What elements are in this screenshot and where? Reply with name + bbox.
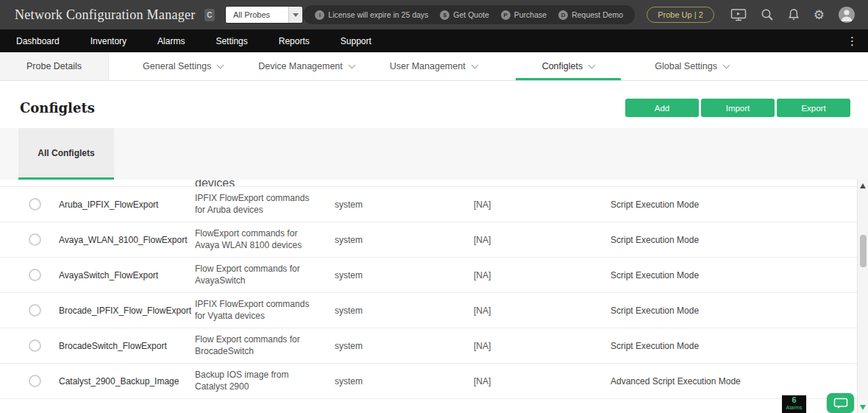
row-radio-button[interactable] [29,233,41,246]
configlet-na-value: [NA] [474,306,611,316]
nav-alarms[interactable]: Alarms [142,29,200,52]
configlet-execution-mode: Script Execution Mode [611,270,868,280]
subnav-general-settings[interactable]: General Settings [125,52,241,80]
request-demo-link[interactable]: D Request Demo [558,10,623,20]
search-icon[interactable] [761,8,774,21]
chat-icon [833,398,848,409]
nav-settings[interactable]: Settings [200,29,263,52]
chevron-down-icon [293,13,299,17]
table-row[interactable]: AvayaSwitch_FlowExport Flow Export comma… [0,258,868,293]
configlet-name: AvayaSwitch_FlowExport [59,270,195,280]
configlet-name: BrocadeSwitch_FlowExport [59,341,195,351]
subnav-label: Device Management [258,61,343,71]
table-row[interactable]: Brocade_IPFIX_Flow_FlowExport IPFIX Flow… [0,293,868,328]
nav-reports[interactable]: Reports [263,29,325,52]
nav-inventory[interactable]: Inventory [75,29,142,52]
configlet-description: IPFIX FlowExport commands for Vyatta dev… [195,299,335,322]
configlet-description: Backup IOS image from Catalyst 2900 [195,370,335,393]
configlet-description: FlowExport commands for Avaya WLAN 8100 … [195,228,335,252]
vertical-scrollbar[interactable] [857,179,868,413]
probe-selector-dropdown-button[interactable] [288,7,303,23]
monitor-icon[interactable] [730,8,747,21]
configlet-na-value: [NA] [474,235,611,245]
support-chat-button[interactable] [827,393,854,413]
main-nav: Dashboard Inventory Alarms Settings Repo… [0,29,868,52]
license-expiry-text: License will expire in 25 days [328,10,428,19]
subnav-configlets[interactable]: Configlets [516,52,622,80]
subnav-device-management[interactable]: Device Management [241,52,372,80]
page-title: Configlets [20,100,95,116]
subnav-label: Global Settings [655,61,717,71]
probe-selector[interactable]: All Probes [225,6,303,24]
scrollbar-thumb[interactable] [860,235,867,267]
top-bar: Network Configuration Manager C All Prob… [0,0,868,29]
license-expiry: i License will expire in 25 days [315,10,428,20]
subnav-label: Probe Details [26,61,82,71]
table-row[interactable]: BrocadeSwitch_FlowExport Flow Export com… [0,328,868,364]
tab-all-configlets[interactable]: All Configlets [18,128,114,180]
alarm-count: 6 [791,395,796,405]
configlet-name: Catalyst_2900_Backup_Image [59,376,195,386]
configlet-na-value: [NA] [474,270,611,280]
purchase-link[interactable]: P Purchase [501,10,547,20]
configlet-description: Flow Export commands for BrocadeSwitch [195,334,335,358]
add-button[interactable]: Add [625,99,699,117]
configlet-execution-mode: Script Execution Mode [611,341,868,351]
subnav-user-management[interactable]: User Management [372,52,495,80]
bell-icon[interactable] [788,8,800,21]
purchase-icon: P [501,10,511,20]
subnav-probe-details[interactable]: Probe Details [0,52,109,80]
configlet-execution-mode: Script Execution Mode [611,306,868,316]
get-quote-link[interactable]: $ Get Quote [440,10,488,20]
export-button[interactable]: Export [777,99,850,117]
row-radio-button[interactable] [29,198,41,211]
import-button[interactable]: Import [701,99,775,117]
row-radio-button[interactable] [29,375,41,387]
purchase-label[interactable]: Purchase [514,10,547,19]
configlet-owner: system [335,235,474,245]
probe-selector-value[interactable]: All Probes [226,7,288,23]
configlet-execution-mode: Script Execution Mode [611,235,868,245]
request-demo-label[interactable]: Request Demo [572,10,623,19]
configlet-owner: system [335,200,474,210]
alarm-label: Alarms [786,405,803,411]
settings-sub-nav: Probe Details General Settings Device Ma… [0,52,868,81]
chevron-down-icon [348,61,355,68]
configlets-table: Aruba_IPFIX_FlowExport IPFIX FlowExport … [0,187,868,399]
configlet-name: Avaya_WLAN_8100_FlowExport [59,235,195,245]
partial-table-row: devices [0,180,868,187]
configlet-owner: system [335,376,474,386]
page-header: Configlets Add Import Export [0,81,868,117]
table-row[interactable]: Aruba_IPFIX_FlowExport IPFIX FlowExport … [0,187,868,222]
chevron-down-icon [217,61,224,68]
kebab-menu-icon[interactable]: ⋮ [836,29,868,52]
configlet-execution-mode: Script Execution Mode [611,200,868,210]
alarms-badge[interactable]: 6 Alarms [782,395,806,413]
chevron-down-icon [723,61,730,68]
configlet-owner: system [335,306,474,316]
table-row[interactable]: Avaya_WLAN_8100_FlowExport FlowExport co… [0,222,868,258]
gear-icon[interactable]: ⚙ [814,9,825,21]
configlet-description: IPFIX FlowExport commands for Aruba devi… [195,193,335,216]
get-quote-label[interactable]: Get Quote [453,10,488,19]
header-buttons: Add Import Export [625,99,850,117]
row-radio-button[interactable] [29,269,41,281]
row-radio-button[interactable] [29,304,41,317]
subnav-global-settings[interactable]: Global Settings [637,52,747,80]
scroll-up-arrow-icon[interactable] [860,183,866,188]
configlet-name: Aruba_IPFIX_FlowExport [59,200,195,210]
scroll-down-arrow-icon[interactable] [860,405,866,410]
nav-dashboard[interactable]: Dashboard [1,29,75,52]
probe-up-status[interactable]: Probe Up | 2 [647,7,714,23]
row-radio-button[interactable] [29,339,41,352]
partial-description: devices [195,180,335,187]
request-demo-icon: D [558,10,568,20]
table-row[interactable]: Catalyst_2900_Backup_Image Backup IOS im… [0,364,868,399]
user-avatar[interactable] [839,7,855,23]
nav-support[interactable]: Support [325,29,387,52]
product-c-icon: C [204,9,215,21]
configlet-owner: system [335,341,474,351]
configlet-description: Flow Export commands for AvayaSwitch [195,264,335,287]
configlets-tabstrip: All Configlets [0,128,868,180]
subnav-label: Configlets [542,61,583,71]
